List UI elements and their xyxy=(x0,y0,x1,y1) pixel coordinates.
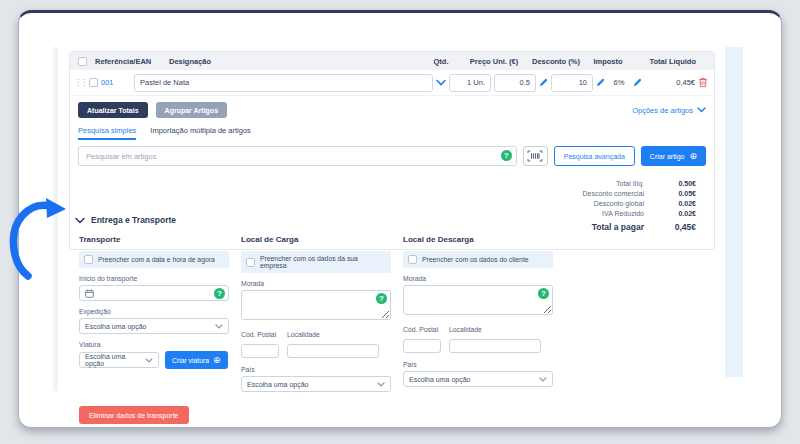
select-all-checkbox[interactable] xyxy=(78,57,87,66)
header-tax: Imposto xyxy=(588,57,628,66)
actions-row: Atualizar Totais Agrupar Artigos Opções … xyxy=(78,102,706,118)
load-locality-input[interactable] xyxy=(287,344,379,358)
unload-postal-label: Cód. Postal xyxy=(403,326,441,333)
advanced-search-button[interactable]: Pesquisa avançada xyxy=(554,146,635,166)
unload-address-field: ? xyxy=(403,285,553,319)
barcode-icon xyxy=(527,150,543,162)
load-title: Local de Carga xyxy=(241,235,391,244)
commercial-discount-label: Desconto comercial xyxy=(496,190,644,197)
load-autofill-label: Preencher com os dados da sua empresa xyxy=(260,255,386,269)
plus-circle-icon: ⊕ xyxy=(213,356,221,365)
unload-location-column: Local de Descarga Preencher com os dados… xyxy=(403,235,553,392)
load-country-select[interactable]: Escolha uma opção xyxy=(241,376,391,392)
transport-start-date-input[interactable] xyxy=(79,285,229,301)
expedition-select[interactable]: Escolha uma opção xyxy=(79,318,229,334)
qty-input[interactable] xyxy=(449,74,491,92)
barcode-scan-button[interactable] xyxy=(523,146,548,166)
vehicle-selected-value: Escolha uma opção xyxy=(85,353,145,367)
search-tabs: Pesquisa simples Importação múltipla de … xyxy=(78,126,706,140)
edit-tax-pencil-icon[interactable] xyxy=(633,78,642,87)
transport-autofill-checkbox[interactable] xyxy=(84,255,93,264)
transport-column: Transporte Preencher com a data e hora d… xyxy=(79,235,229,392)
vehicle-label: Viatura xyxy=(79,341,229,348)
header-ref: Referência/EAN xyxy=(95,57,169,66)
delivery-section: Entrega e Transporte Transporte Preenche… xyxy=(69,215,669,424)
load-postal-row: Cód. Postal Localidade xyxy=(241,324,391,359)
commercial-discount-value: 0.05€ xyxy=(644,190,696,197)
trash-icon[interactable] xyxy=(698,77,708,88)
discount-input[interactable] xyxy=(551,74,593,92)
load-autofill-checkbox[interactable] xyxy=(246,258,255,267)
unit-price-input[interactable] xyxy=(494,74,536,92)
chevron-down-icon xyxy=(215,324,223,329)
chevron-down-icon xyxy=(377,382,385,387)
create-item-button[interactable]: Criar artigo ⊕ xyxy=(641,146,706,166)
load-autofill-bar: Preencher com os dados da sua empresa xyxy=(241,251,391,273)
row-total-value: 0,45€ xyxy=(645,78,695,87)
delete-transport-button[interactable]: Eliminar dados de transporte xyxy=(79,406,189,424)
designation-input[interactable] xyxy=(134,74,433,92)
unload-country-select[interactable]: Escolha uma opção xyxy=(403,371,553,387)
load-address-help-icon[interactable]: ? xyxy=(376,293,387,304)
collapse-chevron-icon[interactable] xyxy=(75,217,85,224)
transport-autofill-bar: Preencher com a data e hora de agora xyxy=(79,251,229,268)
chevron-down-icon xyxy=(539,377,547,382)
vehicle-select[interactable]: Escolha uma opção xyxy=(79,352,159,368)
edit-price-pencil-icon[interactable] xyxy=(539,78,548,87)
tab-simple-search[interactable]: Pesquisa simples xyxy=(78,126,136,140)
totals-row: Total Ilíq. 0.50€ xyxy=(496,180,696,187)
expedition-label: Expedição xyxy=(79,308,229,315)
chevron-down-icon[interactable] xyxy=(436,79,446,86)
tab-multi-import[interactable]: Importação múltipla de artigos xyxy=(150,126,250,140)
unload-address-textarea[interactable] xyxy=(403,285,553,315)
load-country-label: País xyxy=(241,366,391,373)
edit-discount-pencil-icon[interactable] xyxy=(596,78,605,87)
plus-circle-icon: ⊕ xyxy=(689,152,697,161)
load-location-column: Local de Carga Preencher com os dados da… xyxy=(241,235,391,392)
search-input[interactable] xyxy=(78,146,517,166)
row-checkbox[interactable] xyxy=(89,78,98,87)
item-options-link[interactable]: Opções de artigos xyxy=(632,106,706,115)
unload-autofill-bar: Preencher com os dados do cliente xyxy=(403,251,553,268)
group-items-button[interactable]: Agrupar Artigos xyxy=(156,102,227,118)
unload-postal-input[interactable] xyxy=(403,339,441,353)
chevron-down-icon xyxy=(145,358,153,363)
load-address-textarea[interactable] xyxy=(241,290,391,320)
row-ref-link[interactable]: 001 xyxy=(101,78,131,87)
transport-start-help-icon[interactable]: ? xyxy=(214,288,225,299)
delivery-columns: Transporte Preencher com a data e hora d… xyxy=(79,235,669,392)
item-options-label: Opções de artigos xyxy=(632,106,693,115)
page-right-gutter xyxy=(725,47,743,377)
unload-locality-label: Localidade xyxy=(449,326,541,333)
unload-title: Local de Descarga xyxy=(403,235,553,244)
expedition-selected-value: Escolha uma opção xyxy=(85,323,146,330)
drag-handle-icon[interactable]: ⋮⋮ xyxy=(74,78,86,87)
create-item-label: Criar artigo xyxy=(650,153,685,160)
transport-autofill-label: Preencher com a data e hora de agora xyxy=(98,256,215,263)
create-vehicle-button[interactable]: Criar viatura ⊕ xyxy=(165,351,228,369)
create-vehicle-label: Criar viatura xyxy=(172,357,209,364)
delivery-section-header: Entrega e Transporte xyxy=(75,215,669,225)
unload-locality-input[interactable] xyxy=(449,339,541,353)
row-tax-value: 6% xyxy=(608,78,630,87)
total-illiq-label: Total Ilíq. xyxy=(496,180,644,187)
load-country-value: Escolha uma opção xyxy=(247,381,308,388)
chevron-down-icon xyxy=(697,107,706,113)
items-table-header: Referência/EAN Designação Qtd. Preço Uni… xyxy=(70,52,714,70)
search-row: ? Pesquisa avançada Criar artigo ⊕ xyxy=(78,146,706,166)
header-discount: Desconto (%) xyxy=(524,57,588,66)
load-address-field: ? xyxy=(241,290,391,324)
load-postal-input[interactable] xyxy=(241,344,279,358)
global-discount-label: Desconto global xyxy=(496,200,644,207)
unload-address-label: Morada xyxy=(403,275,553,282)
unload-address-help-icon[interactable]: ? xyxy=(538,288,549,299)
table-row: ⋮⋮ 001 6% 0,45€ xyxy=(70,70,714,96)
unload-postal-group: Cód. Postal xyxy=(403,319,441,354)
load-postal-group: Cód. Postal xyxy=(241,324,279,359)
unload-country-label: País xyxy=(403,361,553,368)
search-help-icon[interactable]: ? xyxy=(501,150,512,161)
update-totals-button[interactable]: Atualizar Totais xyxy=(78,102,148,118)
totals-row: Desconto comercial 0.05€ xyxy=(496,190,696,197)
load-address-label: Morada xyxy=(241,280,391,287)
unload-autofill-checkbox[interactable] xyxy=(408,255,417,264)
